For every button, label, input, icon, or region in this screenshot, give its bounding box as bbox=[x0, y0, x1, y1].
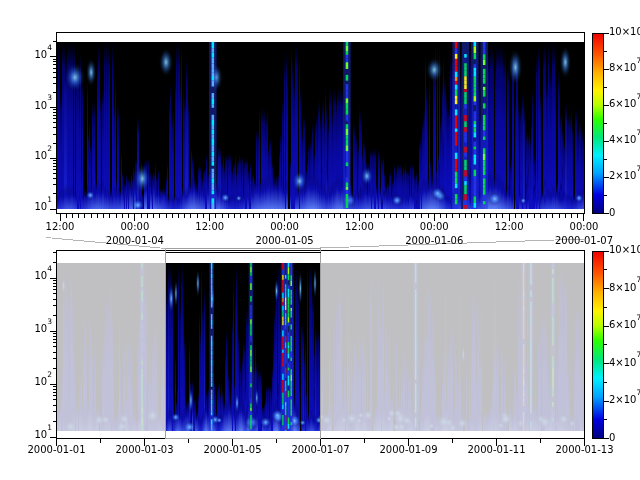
detail-heatmap-canvas bbox=[57, 42, 584, 209]
detail-x-tick-label: 00:00 bbox=[120, 221, 149, 233]
colorbar-top-tick-label: 4×107 bbox=[609, 134, 640, 146]
overview-x-tick-label: 2000-01-07 bbox=[291, 444, 349, 456]
overview-y-tick-label: 103 bbox=[18, 323, 52, 335]
colorbar-top bbox=[592, 33, 603, 213]
overview-x-tick-label: 2000-01-09 bbox=[379, 444, 437, 456]
detail-y-tick-label: 104 bbox=[18, 49, 52, 61]
detail-y-tick-label: 102 bbox=[18, 150, 52, 162]
colorbar-top-tick-label: 6×107 bbox=[609, 98, 640, 110]
colorbar-bottom bbox=[592, 251, 603, 438]
detail-x-tick-label: 12:00 bbox=[46, 221, 75, 233]
detail-x-tick-label: 00:00 bbox=[420, 221, 449, 233]
colorbar-bottom-tick-label: 6×107 bbox=[609, 319, 640, 331]
overview-x-tick-label: 2000-01-03 bbox=[115, 444, 173, 456]
overview-y-tick-label: 101 bbox=[18, 429, 52, 441]
colorbar-bottom-tick-label: 2×107 bbox=[609, 394, 640, 406]
colorbar-top-tick-label: 0 bbox=[609, 207, 615, 219]
detail-x-date-label: 2000-01-04 bbox=[106, 235, 164, 247]
detail-y-tick-label: 103 bbox=[18, 100, 52, 112]
colorbar-bottom-tick-label: 4×107 bbox=[609, 357, 640, 369]
overview-x-tick-label: 2000-01-05 bbox=[203, 444, 261, 456]
overview-x-tick-label: 2000-01-01 bbox=[27, 444, 85, 456]
detail-x-date-label: 2000-01-06 bbox=[405, 235, 463, 247]
colorbar-bottom-tick-label: 10×107 bbox=[609, 244, 640, 256]
overview-x-tick-label: 2000-01-13 bbox=[555, 444, 613, 456]
detail-x-tick-label: 00:00 bbox=[270, 221, 299, 233]
detail-x-date-label: 2000-01-05 bbox=[256, 235, 314, 247]
overview-heatmap-canvas bbox=[57, 263, 584, 431]
detail-x-tick-label: 12:00 bbox=[345, 221, 374, 233]
overview-x-tick-label: 2000-01-11 bbox=[467, 444, 525, 456]
colorbar-bottom-tick-label: 0 bbox=[609, 432, 615, 444]
overview-y-tick-label: 104 bbox=[18, 270, 52, 282]
colorbar-top-tick-label: 8×107 bbox=[609, 62, 640, 74]
detail-x-tick-label: 12:00 bbox=[495, 221, 524, 233]
overview-y-tick-label: 102 bbox=[18, 376, 52, 388]
detail-x-date-label: 2000-01-07 bbox=[555, 235, 613, 247]
colorbar-top-tick-label: 2×107 bbox=[609, 170, 640, 182]
colorbar-bottom-tick-label: 8×107 bbox=[609, 282, 640, 294]
detail-y-tick-label: 101 bbox=[18, 201, 52, 213]
detail-x-tick-label: 00:00 bbox=[570, 221, 599, 233]
spectrogram-figure: 12:0000:0012:0000:0012:0000:0012:0000:00… bbox=[0, 0, 640, 480]
colorbar-top-tick-label: 10×107 bbox=[609, 26, 640, 38]
detail-x-tick-label: 12:00 bbox=[195, 221, 224, 233]
